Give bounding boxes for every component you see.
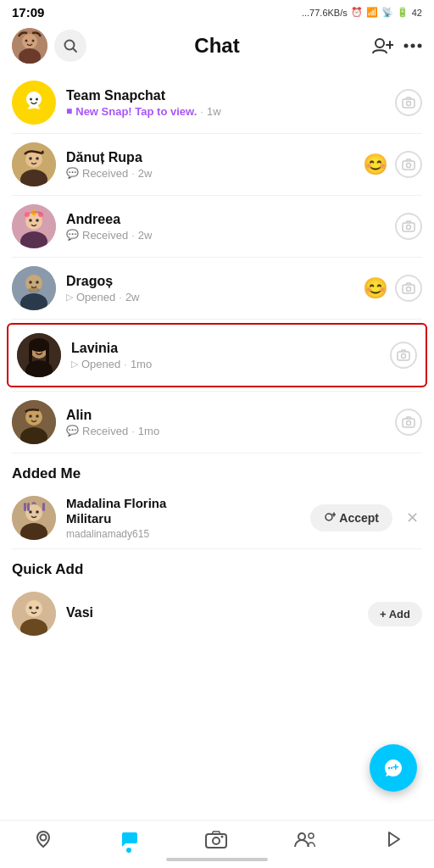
- chat-item-alin[interactable]: Alin 💬 Received · 1mo: [0, 392, 434, 453]
- added-me-info: Madalina FlorinaMilitaru madalinamady615: [66, 496, 300, 540]
- svg-point-75: [391, 767, 392, 769]
- svg-rect-49: [29, 345, 32, 364]
- dismiss-button[interactable]: ✕: [403, 505, 422, 531]
- svg-point-29: [36, 219, 39, 222]
- svg-point-3: [25, 40, 28, 42]
- svg-rect-66: [27, 503, 30, 511]
- svg-point-64: [36, 510, 39, 514]
- avatar-wrap: [12, 81, 56, 125]
- chat-name: Andreea: [66, 212, 385, 227]
- avatar: [12, 266, 56, 310]
- svg-point-12: [418, 44, 422, 48]
- add-friend-button[interactable]: [371, 36, 393, 55]
- chat-fab-button[interactable]: [370, 744, 417, 792]
- nav-item-chat[interactable]: [119, 829, 139, 849]
- friend-emoji: 😊: [363, 153, 388, 176]
- svg-point-38: [29, 281, 32, 284]
- status-bar: 17:09 ...77.6KB/s ⏰ 📶 📡 🔋 42: [0, 0, 434, 23]
- camera-action-icon[interactable]: [395, 275, 422, 302]
- camera-action-icon[interactable]: [390, 342, 417, 369]
- svg-line-6: [74, 49, 77, 53]
- svg-point-11: [411, 44, 415, 48]
- chat-item-andreea[interactable]: Andreea 💬 Received · 2w: [0, 196, 434, 257]
- header-left: [12, 28, 86, 64]
- network-speed: ...77.6KB/s: [302, 8, 348, 18]
- svg-point-70: [25, 600, 42, 617]
- chat-info: Dragoș ▷ Opened · 2w: [66, 274, 353, 303]
- chat-item-lavinia[interactable]: Lavinia ▷ Opened · 1mo: [7, 323, 427, 387]
- svg-point-21: [29, 157, 32, 160]
- avatar: [12, 81, 56, 125]
- svg-point-39: [36, 281, 39, 284]
- avatar: [12, 592, 56, 636]
- quick-add-name: Vasi: [66, 605, 358, 620]
- svg-point-7: [376, 39, 384, 47]
- battery-icon: 🔋: [397, 7, 409, 18]
- avatar: [12, 204, 56, 248]
- svg-point-81: [309, 833, 314, 838]
- svg-point-80: [298, 833, 305, 840]
- svg-point-28: [29, 219, 32, 222]
- svg-point-22: [36, 157, 39, 160]
- nav-item-friends[interactable]: [293, 830, 317, 849]
- nav-item-camera[interactable]: [205, 830, 227, 849]
- more-options-button[interactable]: [403, 43, 422, 48]
- svg-point-1: [22, 34, 37, 49]
- camera-action-icon[interactable]: [395, 213, 422, 240]
- search-button[interactable]: [54, 30, 86, 62]
- svg-point-4: [32, 40, 35, 42]
- avatar-wrap: [12, 204, 56, 248]
- svg-rect-58: [403, 419, 415, 427]
- quick-add-item-vasi: Vasi + Add: [0, 583, 434, 644]
- chat-item-danut-rupa[interactable]: Dănuț Rupa 💬 Received · 2w 😊: [0, 134, 434, 195]
- chat-sub: 💬 Received · 1mo: [66, 425, 385, 437]
- nav-item-map[interactable]: [33, 829, 53, 849]
- nav-item-discover[interactable]: [382, 830, 401, 849]
- camera-action-icon[interactable]: [395, 409, 422, 436]
- chat-name: Team Snapchat: [66, 88, 385, 103]
- status-right: ...77.6KB/s ⏰ 📶 📡 🔋 42: [302, 7, 422, 18]
- chat-header: Chat: [0, 23, 434, 72]
- chat-sub: ▷ Opened · 1mo: [71, 358, 380, 370]
- chat-nav-dot: [126, 848, 131, 853]
- svg-point-10: [404, 44, 409, 48]
- svg-point-74: [388, 767, 390, 769]
- home-indicator: [0, 854, 434, 868]
- chat-actions: [390, 342, 417, 369]
- avatar-wrap: [12, 496, 56, 540]
- svg-rect-41: [403, 285, 415, 293]
- svg-point-76: [40, 835, 46, 841]
- quick-add-info: Vasi: [66, 605, 358, 622]
- chat-actions: [395, 213, 422, 240]
- svg-point-63: [29, 510, 32, 514]
- chat-sub: ▷ Opened · 2w: [66, 291, 353, 303]
- svg-point-14: [30, 98, 32, 101]
- chat-sub: 💬 Received · 2w: [66, 167, 353, 180]
- self-avatar[interactable]: [12, 28, 47, 64]
- friend-emoji: 😊: [363, 276, 388, 300]
- svg-point-68: [326, 514, 332, 520]
- accept-button[interactable]: Accept: [310, 504, 392, 531]
- chat-item-team-snapchat[interactable]: Team Snapchat ■ New Snap! Tap to view. ·…: [0, 72, 434, 133]
- avatar-wrap: [12, 592, 56, 636]
- home-bar: [166, 858, 268, 861]
- svg-point-79: [220, 836, 223, 838]
- add-button[interactable]: + Add: [368, 602, 422, 626]
- avatar-wrap: [17, 333, 61, 377]
- chat-sub: 💬 Received · 2w: [66, 229, 385, 242]
- avatar-wrap: [12, 142, 56, 186]
- svg-rect-65: [24, 503, 26, 511]
- chat-actions: [395, 89, 422, 116]
- avatar-wrap: [12, 266, 56, 310]
- header-right: [371, 36, 422, 55]
- chat-name: Dănuț Rupa: [66, 150, 353, 165]
- svg-point-15: [36, 98, 38, 101]
- chat-info: Dănuț Rupa 💬 Received · 2w: [66, 150, 353, 180]
- wifi-icon: 📡: [381, 7, 393, 18]
- svg-rect-23: [403, 161, 415, 170]
- chat-info: Lavinia ▷ Opened · 1mo: [71, 341, 380, 370]
- camera-action-icon[interactable]: [395, 89, 422, 116]
- camera-action-icon[interactable]: [395, 151, 422, 178]
- chat-item-dragos[interactable]: Dragoș ▷ Opened · 2w 😊: [0, 258, 434, 319]
- chat-info: Team Snapchat ■ New Snap! Tap to view. ·…: [66, 88, 385, 118]
